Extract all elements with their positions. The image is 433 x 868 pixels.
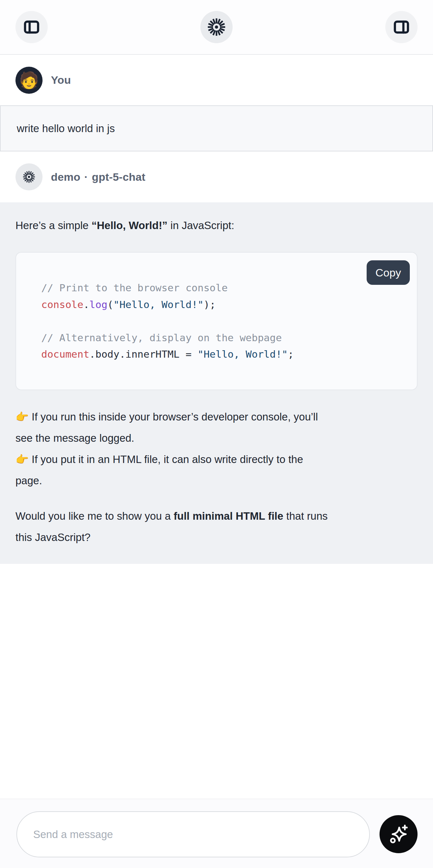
assistant-name-separator: ·	[84, 171, 88, 183]
assistant-paragraph: 👉 If you run this inside your browser’s …	[16, 406, 417, 491]
user-message-header: 🧑 You	[0, 55, 433, 105]
starburst-icon	[22, 170, 36, 184]
chat-app: 🧑 You write hello world in js	[0, 0, 433, 868]
model-home-button[interactable]	[200, 11, 233, 43]
assistant-paragraph: Would you like me to show you a full min…	[16, 505, 417, 548]
sparkles-icon	[388, 824, 409, 845]
assistant-message: Here’s a simple “Hello, World!” in JavaS…	[0, 202, 433, 564]
composer-bar	[0, 799, 433, 868]
assistant-name: demo	[51, 171, 80, 183]
assistant-model: gpt-5-chat	[92, 171, 145, 183]
generate-button[interactable]	[379, 815, 417, 853]
person-emoji: 🧑	[19, 72, 39, 88]
panel-left-icon	[23, 19, 40, 36]
message-input[interactable]	[17, 811, 370, 857]
assistant-sender-name: demo · gpt-5-chat	[51, 171, 145, 183]
assistant-intro-text: Here’s a simple “Hello, World!” in JavaS…	[16, 219, 417, 232]
copy-code-button[interactable]: Copy	[367, 260, 410, 285]
user-message-bubble: write hello world in js	[0, 105, 433, 151]
code-block: Copy // Print to the browser consolecons…	[16, 252, 417, 390]
code-content: // Print to the browser consoleconsole.l…	[16, 253, 417, 363]
sidebar-toggle-button[interactable]	[16, 11, 48, 43]
right-panel-toggle-button[interactable]	[385, 11, 417, 43]
user-sender-name: You	[51, 74, 71, 86]
user-avatar: 🧑	[16, 67, 42, 94]
assistant-message-header: demo · gpt-5-chat	[0, 151, 433, 202]
starburst-icon	[206, 17, 227, 37]
assistant-avatar	[16, 163, 42, 190]
top-bar	[0, 0, 433, 55]
panel-right-icon	[393, 19, 410, 36]
user-message-text: write hello world in js	[17, 122, 115, 135]
